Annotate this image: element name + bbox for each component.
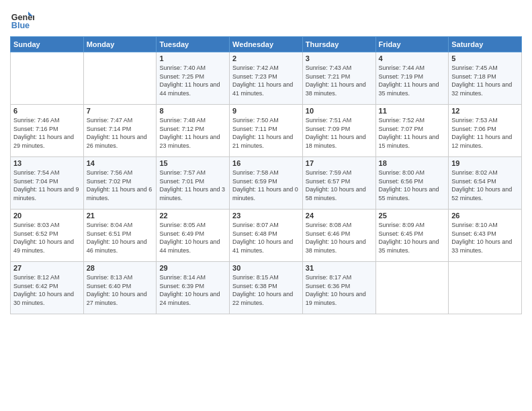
day-details: Sunrise: 8:02 AMSunset: 6:54 PMDaylight:… — [451, 169, 519, 202]
calendar-body: 1Sunrise: 7:40 AMSunset: 7:25 PMDaylight… — [11, 52, 522, 314]
day-details: Sunrise: 7:43 AMSunset: 7:21 PMDaylight:… — [306, 64, 373, 97]
header: General Blue — [10, 7, 522, 31]
calendar-cell: 30Sunrise: 8:15 AMSunset: 6:38 PMDayligh… — [230, 262, 303, 314]
day-number: 23 — [232, 212, 300, 220]
day-details: Sunrise: 7:47 AMSunset: 7:14 PMDaylight:… — [87, 116, 154, 150]
calendar-cell: 5Sunrise: 7:45 AMSunset: 7:18 PMDaylight… — [449, 52, 522, 105]
day-details: Sunrise: 8:17 AMSunset: 6:36 PMDaylight:… — [306, 273, 373, 307]
day-details: Sunrise: 7:54 AMSunset: 7:04 PMDaylight:… — [13, 169, 81, 202]
day-number: 24 — [306, 212, 373, 220]
day-number: 17 — [306, 159, 373, 167]
calendar-cell: 9Sunrise: 7:50 AMSunset: 7:11 PMDaylight… — [230, 105, 303, 157]
day-header-wednesday: Wednesday — [230, 37, 303, 52]
day-header-friday: Friday — [375, 37, 449, 52]
calendar-cell: 17Sunrise: 7:59 AMSunset: 6:57 PMDayligh… — [302, 157, 375, 210]
day-header-tuesday: Tuesday — [157, 37, 230, 52]
day-number: 15 — [159, 159, 226, 167]
day-number: 5 — [451, 54, 519, 62]
day-number: 4 — [379, 54, 446, 62]
calendar-cell: 12Sunrise: 7:53 AMSunset: 7:06 PMDayligh… — [449, 105, 522, 157]
day-number: 1 — [159, 54, 226, 62]
calendar-cell: 13Sunrise: 7:54 AMSunset: 7:04 PMDayligh… — [11, 157, 84, 210]
day-details: Sunrise: 8:07 AMSunset: 6:48 PMDaylight:… — [232, 221, 300, 255]
calendar-cell: 11Sunrise: 7:52 AMSunset: 7:07 PMDayligh… — [375, 105, 449, 157]
day-details: Sunrise: 7:56 AMSunset: 7:02 PMDaylight:… — [87, 169, 154, 202]
calendar-week-3: 13Sunrise: 7:54 AMSunset: 7:04 PMDayligh… — [11, 157, 522, 210]
day-details: Sunrise: 7:51 AMSunset: 7:09 PMDaylight:… — [306, 116, 373, 150]
calendar-cell: 21Sunrise: 8:04 AMSunset: 6:51 PMDayligh… — [83, 210, 157, 262]
calendar-cell: 1Sunrise: 7:40 AMSunset: 7:25 PMDaylight… — [157, 52, 230, 105]
calendar-cell: 3Sunrise: 7:43 AMSunset: 7:21 PMDaylight… — [302, 52, 375, 105]
day-number: 27 — [13, 264, 81, 272]
day-number: 19 — [451, 159, 519, 167]
logo-icon: General Blue — [10, 7, 34, 31]
calendar-cell: 6Sunrise: 7:46 AMSunset: 7:16 PMDaylight… — [11, 105, 84, 157]
day-details: Sunrise: 7:44 AMSunset: 7:19 PMDaylight:… — [379, 64, 446, 97]
day-number: 9 — [232, 107, 300, 115]
day-header-thursday: Thursday — [302, 37, 375, 52]
day-number: 14 — [87, 159, 154, 167]
day-number: 2 — [232, 54, 300, 62]
day-details: Sunrise: 7:48 AMSunset: 7:12 PMDaylight:… — [159, 116, 226, 150]
calendar-cell — [11, 52, 84, 105]
day-details: Sunrise: 7:42 AMSunset: 7:23 PMDaylight:… — [232, 64, 300, 97]
day-details: Sunrise: 7:46 AMSunset: 7:16 PMDaylight:… — [13, 116, 81, 150]
day-number: 26 — [451, 212, 519, 220]
day-details: Sunrise: 8:00 AMSunset: 6:56 PMDaylight:… — [379, 169, 446, 202]
day-details: Sunrise: 7:52 AMSunset: 7:07 PMDaylight:… — [379, 116, 446, 150]
day-header-monday: Monday — [83, 37, 157, 52]
day-details: Sunrise: 8:10 AMSunset: 6:43 PMDaylight:… — [451, 221, 519, 255]
calendar-cell — [375, 262, 449, 314]
calendar-cell: 25Sunrise: 8:09 AMSunset: 6:45 PMDayligh… — [375, 210, 449, 262]
calendar-week-2: 6Sunrise: 7:46 AMSunset: 7:16 PMDaylight… — [11, 105, 522, 157]
day-number: 3 — [306, 54, 373, 62]
calendar-cell: 15Sunrise: 7:57 AMSunset: 7:01 PMDayligh… — [157, 157, 230, 210]
day-details: Sunrise: 7:57 AMSunset: 7:01 PMDaylight:… — [159, 169, 226, 202]
day-number: 20 — [13, 212, 81, 220]
calendar-week-4: 20Sunrise: 8:03 AMSunset: 6:52 PMDayligh… — [11, 210, 522, 262]
day-number: 31 — [306, 264, 373, 272]
day-details: Sunrise: 7:40 AMSunset: 7:25 PMDaylight:… — [159, 64, 226, 97]
day-details: Sunrise: 7:45 AMSunset: 7:18 PMDaylight:… — [451, 64, 519, 97]
day-details: Sunrise: 8:03 AMSunset: 6:52 PMDaylight:… — [13, 221, 81, 255]
calendar-cell: 7Sunrise: 7:47 AMSunset: 7:14 PMDaylight… — [83, 105, 157, 157]
day-number: 13 — [13, 159, 81, 167]
calendar-cell: 16Sunrise: 7:58 AMSunset: 6:59 PMDayligh… — [230, 157, 303, 210]
calendar-cell: 2Sunrise: 7:42 AMSunset: 7:23 PMDaylight… — [230, 52, 303, 105]
calendar-cell: 14Sunrise: 7:56 AMSunset: 7:02 PMDayligh… — [83, 157, 157, 210]
calendar-cell: 8Sunrise: 7:48 AMSunset: 7:12 PMDaylight… — [157, 105, 230, 157]
day-number: 21 — [87, 212, 154, 220]
day-number: 30 — [232, 264, 300, 272]
day-number: 22 — [159, 212, 226, 220]
calendar-cell — [449, 262, 522, 314]
calendar-cell: 4Sunrise: 7:44 AMSunset: 7:19 PMDaylight… — [375, 52, 449, 105]
day-header-saturday: Saturday — [449, 37, 522, 52]
day-number: 10 — [306, 107, 373, 115]
day-details: Sunrise: 8:12 AMSunset: 6:42 PMDaylight:… — [13, 273, 81, 307]
calendar-table: SundayMondayTuesdayWednesdayThursdayFrid… — [10, 36, 522, 314]
calendar-cell: 27Sunrise: 8:12 AMSunset: 6:42 PMDayligh… — [11, 262, 84, 314]
logo: General Blue — [10, 7, 34, 31]
day-number: 28 — [87, 264, 154, 272]
day-details: Sunrise: 8:04 AMSunset: 6:51 PMDaylight:… — [87, 221, 154, 255]
calendar-cell: 24Sunrise: 8:08 AMSunset: 6:46 PMDayligh… — [302, 210, 375, 262]
calendar-cell: 23Sunrise: 8:07 AMSunset: 6:48 PMDayligh… — [230, 210, 303, 262]
calendar-week-5: 27Sunrise: 8:12 AMSunset: 6:42 PMDayligh… — [11, 262, 522, 314]
calendar-header-row: SundayMondayTuesdayWednesdayThursdayFrid… — [11, 37, 522, 52]
calendar-cell — [83, 52, 157, 105]
day-number: 7 — [87, 107, 154, 115]
day-details: Sunrise: 7:53 AMSunset: 7:06 PMDaylight:… — [451, 116, 519, 150]
day-details: Sunrise: 7:58 AMSunset: 6:59 PMDaylight:… — [232, 169, 300, 202]
day-details: Sunrise: 7:59 AMSunset: 6:57 PMDaylight:… — [306, 169, 373, 202]
day-details: Sunrise: 7:50 AMSunset: 7:11 PMDaylight:… — [232, 116, 300, 150]
day-number: 29 — [159, 264, 226, 272]
calendar-cell: 28Sunrise: 8:13 AMSunset: 6:40 PMDayligh… — [83, 262, 157, 314]
calendar-cell: 20Sunrise: 8:03 AMSunset: 6:52 PMDayligh… — [11, 210, 84, 262]
day-details: Sunrise: 8:15 AMSunset: 6:38 PMDaylight:… — [232, 273, 300, 307]
day-details: Sunrise: 8:13 AMSunset: 6:40 PMDaylight:… — [87, 273, 154, 307]
day-number: 25 — [379, 212, 446, 220]
day-number: 8 — [159, 107, 226, 115]
day-details: Sunrise: 8:09 AMSunset: 6:45 PMDaylight:… — [379, 221, 446, 255]
day-number: 12 — [451, 107, 519, 115]
day-number: 16 — [232, 159, 300, 167]
